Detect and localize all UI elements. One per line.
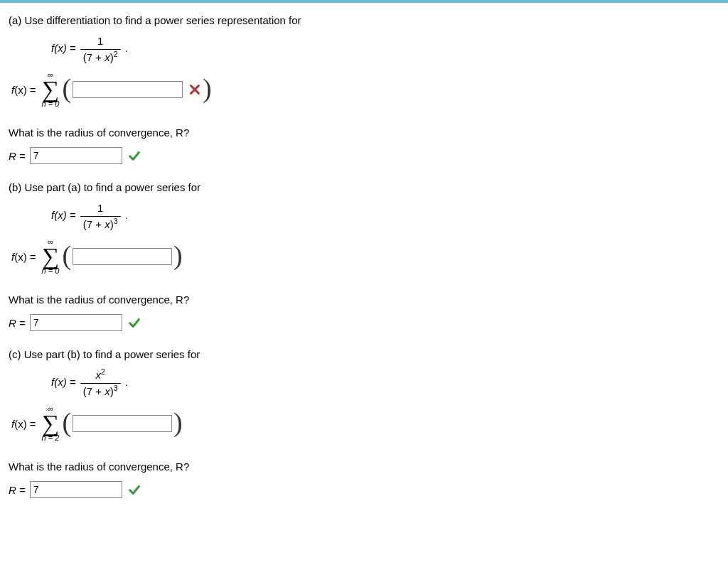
part-c-radius-q: What is the radius of convergence, R? <box>9 459 719 474</box>
part-a-radius-q: What is the radius of convergence, R? <box>9 125 719 140</box>
incorrect-icon <box>188 83 201 96</box>
fraction: 1 (7 + x)3 <box>80 202 121 231</box>
correct-icon <box>128 483 141 496</box>
part-a-equation: f(x) = 1 (7 + x)2 . <box>51 35 719 64</box>
part-b-radius-input[interactable] <box>30 314 122 331</box>
part-b-radius-q: What is the radius of convergence, R? <box>9 292 719 307</box>
part-c-prompt: (c) Use part (b) to find a power series … <box>9 347 719 362</box>
part-c-answer-row: f(x) = ∞ ∑ n = 2 ( ) <box>11 405 719 442</box>
sigma-symbol: ∑ <box>42 244 59 269</box>
part-b-equation: f(x) = 1 (7 + x)3 . <box>51 202 719 231</box>
left-paren: ( <box>62 75 71 102</box>
denominator: (7 + x)2 <box>80 50 121 64</box>
part-a-series-input[interactable] <box>73 81 183 98</box>
period: . <box>125 376 128 388</box>
sigma-symbol: ∑ <box>42 77 59 102</box>
denominator: (7 + x)3 <box>80 217 121 231</box>
sigma: ∞ ∑ n = 0 <box>42 238 60 275</box>
fraction: 1 (7 + x)2 <box>80 35 121 64</box>
sigma: ∞ ∑ n = 0 <box>42 71 60 108</box>
right-paren: ) <box>203 75 212 102</box>
radius-lhs: R = <box>9 484 26 496</box>
numerator: 1 <box>80 202 121 217</box>
part-a-answer-row: f(x) = ∞ ∑ n = 0 ( ) <box>11 71 719 108</box>
right-paren: ) <box>173 242 183 269</box>
question-content: (a) Use differentiation to find a power … <box>0 3 728 510</box>
answer-lhs: f(x) = <box>11 251 36 263</box>
numerator: x2 <box>80 369 121 384</box>
left-paren: ( <box>62 409 71 436</box>
radius-lhs: R = <box>9 150 26 162</box>
period: . <box>125 209 128 221</box>
denominator: (7 + x)3 <box>80 384 121 398</box>
part-a-radius-row: R = <box>9 147 719 164</box>
period: . <box>125 42 128 54</box>
eq-lhs: f(x) = <box>51 42 79 54</box>
sigma-lower: n = 0 <box>42 267 60 275</box>
correct-icon <box>128 316 141 329</box>
fraction: x2 (7 + x)3 <box>80 369 121 398</box>
part-b-answer-row: f(x) = ∞ ∑ n = 0 ( ) <box>11 238 719 275</box>
sigma-symbol: ∑ <box>42 411 59 436</box>
part-c-equation: f(x) = x2 (7 + x)3 . <box>51 369 719 398</box>
answer-lhs: f(x) = <box>11 418 36 430</box>
left-paren: ( <box>62 242 71 269</box>
sigma: ∞ ∑ n = 2 <box>42 405 60 442</box>
part-b-radius-row: R = <box>9 314 719 331</box>
part-b-prompt: (b) Use part (a) to find a power series … <box>9 180 719 195</box>
correct-icon <box>128 149 141 162</box>
part-c-series-input[interactable] <box>73 415 172 432</box>
eq-lhs: f(x) = <box>51 376 79 388</box>
numerator: 1 <box>80 35 121 50</box>
radius-lhs: R = <box>9 317 26 329</box>
sigma-lower: n = 0 <box>42 100 60 108</box>
part-b-series-input[interactable] <box>73 248 172 265</box>
part-a-prompt: (a) Use differentiation to find a power … <box>9 13 719 28</box>
right-paren: ) <box>173 409 183 436</box>
sigma-lower: n = 2 <box>42 434 60 442</box>
part-c-radius-input[interactable] <box>30 481 122 498</box>
part-a-radius-input[interactable] <box>30 147 122 164</box>
eq-lhs: f(x) = <box>51 209 79 221</box>
answer-lhs: f(x) = <box>11 84 36 96</box>
part-c-radius-row: R = <box>9 481 719 498</box>
